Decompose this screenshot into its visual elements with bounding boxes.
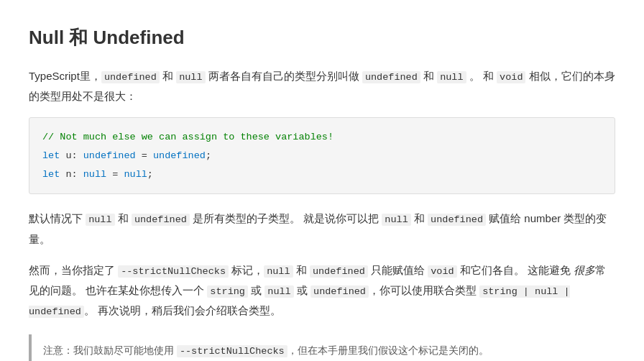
para3-text8: 或 xyxy=(294,284,310,296)
para3-text1: 然而，当你指定了 xyxy=(29,264,118,276)
para2-code3: null xyxy=(382,214,410,226)
intro-text1: TypeScript里， xyxy=(29,70,101,82)
intro-text5: 。 和 xyxy=(466,70,497,82)
note-text1: 注意：我们鼓励尽可能地使用 xyxy=(43,344,177,356)
para3-text4: 只能赋值给 xyxy=(368,264,428,276)
para3-text3: 和 xyxy=(293,264,310,276)
intro-code3: undefined xyxy=(362,71,420,83)
note-block: 注意：我们鼓励尽可能地使用 --strictNullChecks，但在本手册里我… xyxy=(29,334,615,361)
para3-code5: string xyxy=(207,285,248,298)
para3-text2: 标记， xyxy=(229,264,264,276)
para2-code2: undefined xyxy=(132,214,190,226)
intro-code5: void xyxy=(497,71,525,83)
intro-code2: null xyxy=(176,71,205,83)
para3-text7: 或 xyxy=(248,284,264,296)
para2-text4: 和 xyxy=(411,212,428,224)
code-comment: // Not much else we can assign to these … xyxy=(42,128,602,147)
intro-text3: 两者各自有自己的类型分别叫做 xyxy=(206,70,362,82)
para3: 然而，当你指定了 --strictNullChecks 标记，null 和 un… xyxy=(29,260,615,321)
para3-code3: undefined xyxy=(310,265,368,278)
para3-italic1: 很多 xyxy=(574,264,595,276)
para3-code4: void xyxy=(428,265,456,278)
para2-text3: 是所有类型的子类型。 就是说你可以把 xyxy=(190,212,382,224)
intro-paragraph: TypeScript里，undefined 和 null 两者各自有自己的类型分… xyxy=(29,66,615,106)
page-title: Null 和 Undefined xyxy=(29,22,615,53)
para2-text1: 默认情况下 xyxy=(29,212,86,224)
intro-code4: null xyxy=(437,71,466,83)
para2-text2: 和 xyxy=(115,212,132,224)
para3-text10: 。 再次说明，稍后我们会介绍联合类型。 xyxy=(84,304,281,316)
code-line3: let n: null = null; xyxy=(42,165,602,184)
para3-code2: null xyxy=(264,265,293,278)
para3-code6: null xyxy=(264,285,293,298)
para3-code7: undefined xyxy=(310,285,369,298)
note-text2: ，但在本手册里我们假设这个标记是关闭的。 xyxy=(288,344,489,356)
intro-text2: 和 xyxy=(160,70,176,82)
para2: 默认情况下 null 和 undefined 是所有类型的子类型。 就是说你可以… xyxy=(29,209,615,248)
para2-code4: undefined xyxy=(428,214,486,226)
code-line2: let u: undefined = undefined; xyxy=(42,147,602,165)
para3-code1: --strictNullChecks xyxy=(118,265,229,278)
intro-text4: 和 xyxy=(420,70,437,82)
para2-code1: null xyxy=(86,214,114,226)
code-block: // Not much else we can assign to these … xyxy=(29,117,615,194)
intro-code1: undefined xyxy=(101,71,160,83)
note-code1: --strictNullChecks xyxy=(177,345,288,357)
para3-text5: 和它们各自。 这能避免 xyxy=(457,264,574,276)
para3-text9: ，你可以使用联合类型 xyxy=(369,284,479,296)
